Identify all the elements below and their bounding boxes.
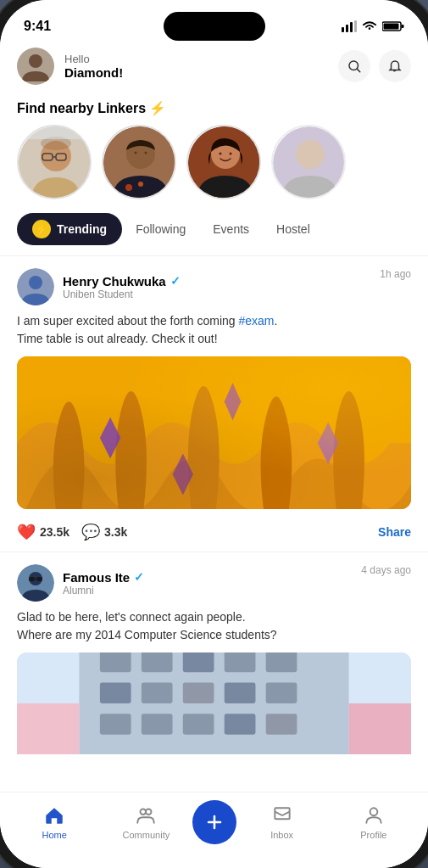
header: Hello Diamond! bbox=[0, 41, 428, 93]
share-button-1[interactable]: Share bbox=[378, 525, 411, 539]
post-card-2: Famous Ite ✓ Alumni 4 days ago Glad to b… bbox=[0, 552, 428, 754]
signal-icon bbox=[342, 20, 357, 32]
svg-point-31 bbox=[296, 140, 325, 169]
status-time: 9:41 bbox=[24, 19, 51, 34]
svg-rect-43 bbox=[29, 577, 35, 581]
svg-rect-34 bbox=[17, 356, 411, 509]
svg-rect-52 bbox=[266, 652, 297, 672]
svg-rect-62 bbox=[266, 714, 297, 734]
nearby-section-title: Find nearby Linkers ⚡ bbox=[0, 93, 428, 125]
svg-rect-3 bbox=[354, 20, 357, 32]
post-1-text-before: I am super excited about the forth comin… bbox=[17, 314, 238, 328]
post-1-actions: ❤️ 23.5k 💬 3.3k Share bbox=[17, 518, 411, 552]
nearby-avatar-1[interactable] bbox=[17, 125, 92, 199]
inbox-icon bbox=[270, 804, 294, 827]
svg-point-20 bbox=[125, 184, 132, 191]
svg-rect-17 bbox=[19, 126, 92, 139]
post-card-1: Henry Chukwuka ✓ Uniben Student 1h ago I… bbox=[0, 255, 428, 552]
comment-icon: 💬 bbox=[81, 523, 100, 541]
svg-marker-38 bbox=[173, 453, 193, 495]
post-1-text: I am super excited about the forth comin… bbox=[17, 312, 411, 348]
svg-rect-53 bbox=[100, 683, 131, 703]
svg-rect-0 bbox=[342, 27, 344, 32]
svg-rect-50 bbox=[183, 652, 214, 672]
post-2-header: Famous Ite ✓ Alumni 4 days ago bbox=[17, 564, 411, 602]
verified-badge-2: ✓ bbox=[134, 570, 144, 584]
post-2-author: Famous Ite ✓ Alumni bbox=[17, 564, 144, 602]
svg-point-29 bbox=[230, 153, 232, 155]
header-left: Hello Diamond! bbox=[17, 48, 123, 85]
nearby-avatar-2[interactable] bbox=[102, 125, 176, 199]
svg-rect-61 bbox=[225, 714, 256, 734]
nearby-avatar-3[interactable] bbox=[186, 125, 261, 199]
verified-badge-1: ✓ bbox=[170, 274, 181, 288]
like-button-1[interactable]: ❤️ 23.5k bbox=[17, 523, 69, 541]
nav-home-label: Home bbox=[42, 830, 66, 840]
nearby-avatar-4[interactable] bbox=[271, 125, 346, 199]
svg-point-24 bbox=[145, 152, 147, 154]
svg-rect-55 bbox=[183, 683, 214, 703]
nav-community-label: Community bbox=[123, 830, 170, 840]
search-button[interactable] bbox=[338, 50, 370, 82]
post-1-avatar[interactable] bbox=[17, 268, 54, 305]
heart-icon: ❤️ bbox=[17, 523, 36, 541]
feed: Henry Chukwuka ✓ Uniben Student 1h ago I… bbox=[0, 255, 428, 801]
search-icon bbox=[347, 59, 362, 74]
post-2-time: 4 days ago bbox=[361, 564, 411, 576]
post-1-author: Henry Chukwuka ✓ Uniben Student bbox=[17, 268, 181, 305]
svg-rect-6 bbox=[402, 25, 404, 28]
bottom-nav: Home Community bbox=[0, 792, 428, 868]
tab-following[interactable]: Following bbox=[122, 216, 199, 243]
user-avatar[interactable] bbox=[17, 48, 54, 85]
tab-trending[interactable]: ⚡ Trending bbox=[17, 213, 122, 245]
post-2-author-role: Alumni bbox=[63, 585, 144, 596]
nav-community[interactable]: Community bbox=[100, 804, 192, 840]
post-2-author-name: Famous Ite ✓ bbox=[63, 570, 144, 585]
nav-home[interactable]: Home bbox=[8, 804, 100, 840]
nav-add-button[interactable] bbox=[192, 800, 236, 844]
home-icon bbox=[42, 804, 66, 827]
tab-events[interactable]: Events bbox=[199, 216, 263, 243]
svg-rect-56 bbox=[225, 683, 256, 703]
svg-marker-36 bbox=[225, 383, 242, 420]
svg-point-23 bbox=[135, 152, 137, 154]
svg-point-65 bbox=[141, 809, 147, 815]
post-1-header: Henry Chukwuka ✓ Uniben Student 1h ago bbox=[17, 268, 411, 305]
post-1-author-role: Uniben Student bbox=[63, 288, 181, 300]
nav-inbox[interactable]: Inbox bbox=[236, 804, 328, 840]
svg-rect-59 bbox=[142, 714, 173, 734]
svg-rect-60 bbox=[183, 714, 214, 734]
post-1-hashtag[interactable]: #exam bbox=[238, 314, 274, 328]
svg-rect-63 bbox=[17, 703, 79, 754]
bell-icon bbox=[387, 59, 403, 74]
post-1-time: 1h ago bbox=[380, 268, 411, 280]
svg-point-28 bbox=[220, 153, 222, 155]
svg-rect-2 bbox=[350, 22, 353, 32]
greeting-text: Hello bbox=[64, 53, 123, 65]
svg-point-21 bbox=[138, 182, 143, 187]
notifications-button[interactable] bbox=[379, 50, 411, 82]
comment-button-1[interactable]: 💬 3.3k bbox=[81, 523, 127, 541]
svg-point-66 bbox=[146, 809, 152, 815]
svg-rect-58 bbox=[100, 714, 131, 734]
battery-icon bbox=[382, 20, 404, 32]
post-2-image[interactable] bbox=[17, 652, 411, 754]
nav-profile-label: Profile bbox=[360, 830, 386, 840]
post-2-avatar[interactable] bbox=[17, 564, 54, 602]
phone-screen: 9:41 bbox=[0, 0, 428, 868]
svg-rect-48 bbox=[100, 652, 131, 672]
post-1-image[interactable] bbox=[17, 356, 411, 509]
svg-rect-1 bbox=[346, 25, 348, 32]
svg-marker-37 bbox=[318, 423, 338, 464]
tabs: ⚡ Trending Following Events Hostel bbox=[0, 213, 428, 255]
nav-profile[interactable]: Profile bbox=[328, 804, 420, 840]
svg-point-33 bbox=[29, 276, 42, 289]
status-icons bbox=[342, 20, 404, 32]
svg-rect-57 bbox=[266, 683, 297, 703]
tab-trending-label: Trending bbox=[57, 222, 107, 236]
tab-hostel[interactable]: Hostel bbox=[263, 216, 324, 243]
svg-point-8 bbox=[29, 54, 42, 68]
profile-icon bbox=[362, 804, 386, 827]
nearby-scroll[interactable] bbox=[0, 125, 428, 213]
plus-icon bbox=[204, 812, 225, 832]
